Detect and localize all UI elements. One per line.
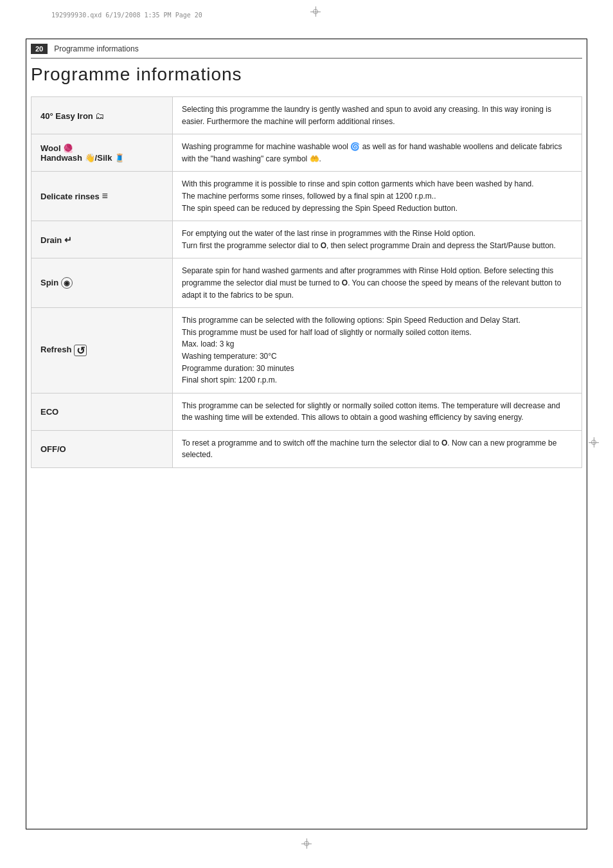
- programme-description-cell: Selecting this programme the laundry is …: [173, 97, 582, 134]
- programme-label-cell: Spin ◉: [31, 258, 173, 308]
- programme-description-cell: This programme can be selected for sligh…: [173, 393, 582, 430]
- page-number: 20: [31, 44, 48, 54]
- header-section-title: Programme informations: [54, 44, 138, 53]
- file-info: 192999930.qxd 6/19/2008 1:35 PM Page 20: [51, 12, 202, 19]
- programme-label-cell: Refresh ↺: [31, 308, 173, 393]
- crosshair-right: [589, 437, 599, 448]
- header-bar: 20 Programme informations: [31, 44, 582, 54]
- table-row: OFF/OTo reset a programme and to switch …: [31, 430, 582, 467]
- programme-label-cell: OFF/O: [31, 430, 173, 467]
- table-row: Refresh ↺This programme can be selected …: [31, 308, 582, 393]
- table-row: 40° Easy Iron 🗂︎Selecting this programme…: [31, 97, 582, 134]
- programme-label-cell: Delicate rinses ≡: [31, 172, 173, 221]
- programme-description-cell: This programme can be selected with the …: [173, 308, 582, 393]
- programme-table: 40° Easy Iron 🗂︎Selecting this programme…: [31, 96, 582, 468]
- crosshair-bottom: [301, 838, 312, 849]
- main-content: Programme informations 40° Easy Iron 🗂︎S…: [31, 64, 582, 823]
- page-border-bottom: [26, 829, 587, 829]
- programme-description-cell: With this programme it is possible to ri…: [173, 172, 582, 221]
- programme-description-cell: For emptying out the water of the last r…: [173, 221, 582, 258]
- crosshair-top: [310, 6, 321, 17]
- table-row: Delicate rinses ≡With this programme it …: [31, 172, 582, 221]
- page-border-top: [26, 39, 587, 39]
- page-border-left: [26, 39, 26, 829]
- programme-label-cell: Drain ↵: [31, 221, 173, 258]
- page-heading: Programme informations: [31, 64, 582, 85]
- programme-description-cell: Washing programme for machine washable w…: [173, 134, 582, 172]
- programme-description-cell: Separate spin for hand washed garments a…: [173, 258, 582, 308]
- programme-description-cell: To reset a programme and to switch off t…: [173, 430, 582, 467]
- table-row: Spin ◉Separate spin for hand washed garm…: [31, 258, 582, 308]
- table-row: Drain ↵For emptying out the water of the…: [31, 221, 582, 258]
- programme-label-cell: Wool 🧶Handwash 👋/Silk 🧵: [31, 134, 173, 172]
- header-divider: [31, 58, 582, 59]
- table-row: Wool 🧶Handwash 👋/Silk 🧵Washing programme…: [31, 134, 582, 172]
- programme-label-cell: 40° Easy Iron 🗂︎: [31, 97, 173, 134]
- programme-label-cell: ECO: [31, 393, 173, 430]
- page-border-right: [587, 39, 587, 829]
- table-row: ECOThis programme can be selected for sl…: [31, 393, 582, 430]
